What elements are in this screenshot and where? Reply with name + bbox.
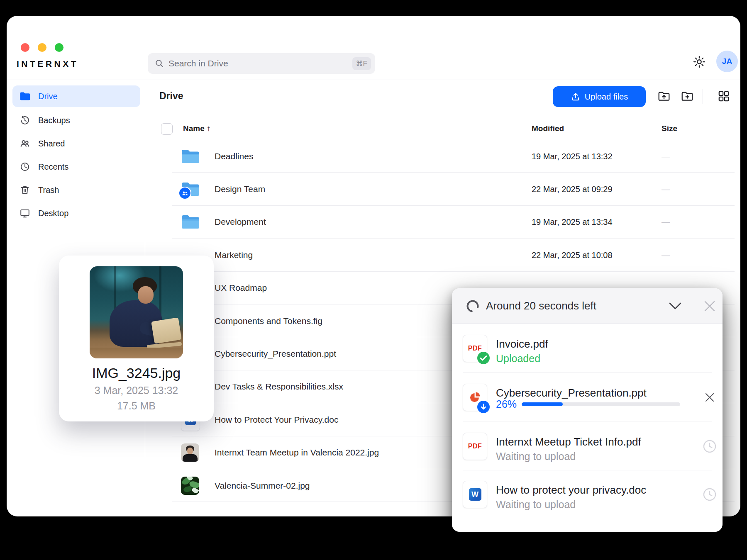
window-controls	[21, 43, 63, 52]
file-size: —	[662, 250, 670, 260]
grid-view-button[interactable]	[716, 89, 731, 104]
search-input[interactable]: Search in Drive ⌘F	[148, 53, 375, 74]
file-modified: 19 Mar, 2025 at 13:34	[532, 217, 613, 227]
new-folder-button[interactable]	[680, 89, 695, 104]
zoom-window-button[interactable]	[55, 43, 63, 52]
page-title: Drive	[159, 90, 183, 102]
folder-icon	[19, 90, 31, 102]
upload-folder-button[interactable]	[657, 89, 671, 104]
upload-item-name: Invoice.pdf	[496, 338, 548, 351]
close-icon	[703, 300, 716, 312]
close-window-button[interactable]	[21, 43, 29, 52]
upload-item: Cybersecurity_Presentation.ppt 26%	[452, 373, 723, 421]
preview-filename: IMG_3245.jpg	[59, 365, 214, 381]
file-name: Dev Tasks & Responsibilities.xlsx	[215, 382, 343, 392]
toolbar-divider	[703, 89, 703, 104]
search-icon	[154, 58, 164, 68]
pdf-file-icon: PDF	[463, 433, 487, 460]
sidebar-item-label: Trash	[38, 185, 59, 195]
people-icon	[19, 138, 31, 149]
word-doc-icon: W	[463, 481, 487, 508]
file-name: How to Protect Your Privacy.doc	[215, 415, 338, 425]
upload-item-status: Waiting to upload	[496, 499, 576, 511]
waiting-clock-icon	[702, 487, 718, 502]
file-name: Valencia-Summer-02.jpg	[215, 481, 310, 491]
upload-item-status: Waiting to upload	[496, 450, 576, 463]
upload-item-status: Uploaded	[496, 353, 540, 365]
upload-panel-title: Around 20 seconds left	[486, 299, 596, 312]
file-modified: 19 Mar, 2025 at 13:32	[532, 151, 613, 161]
close-panel-button[interactable]	[701, 298, 718, 314]
internxt-logo: INTERNXT	[17, 59, 78, 69]
image-thumbnail	[181, 477, 199, 495]
file-name: Internxt Team Meetup in Valencia 2022.jp…	[215, 448, 379, 458]
waiting-clock-icon	[702, 438, 718, 454]
sidebar-item-recents[interactable]: Recents	[12, 156, 140, 178]
pdf-file-icon: PDF	[463, 335, 487, 362]
folder-icon	[181, 149, 200, 164]
file-name: UX Roadmap	[215, 283, 267, 293]
desktop-icon	[19, 207, 31, 219]
chevron-down-icon	[668, 302, 682, 311]
sidebar-item-drive[interactable]: Drive	[12, 85, 140, 107]
preview-modified: 3 Mar, 2025 13:32	[59, 385, 214, 397]
upload-item: PDF Internxt Meetup Ticket Info.pdf Wait…	[452, 421, 723, 470]
table-row[interactable]: Development 19 Mar, 2025 at 13:34 —	[145, 206, 740, 239]
sidebar-item-backups[interactable]: Backups	[12, 110, 140, 131]
search-shortcut-badge: ⌘F	[352, 57, 371, 70]
folder-plus-icon	[681, 90, 694, 103]
avatar-initials: JA	[722, 57, 732, 66]
file-size: —	[662, 185, 670, 194]
upload-item-name: Internxt Meetup Ticket Info.pdf	[496, 436, 641, 448]
column-header-name[interactable]: Name ↑	[183, 124, 211, 133]
table-row[interactable]: Deadlines 19 Mar, 2025 at 13:32 —	[145, 140, 740, 173]
upload-icon	[571, 92, 581, 102]
image-preview-card: IMG_3245.jpg 3 Mar, 2025 13:32 17.5 MB	[59, 256, 214, 421]
upload-progress-fill	[522, 402, 563, 406]
sidebar-item-trash[interactable]: Trash	[12, 179, 140, 201]
search-placeholder: Search in Drive	[168, 58, 352, 68]
file-name: Design Team	[215, 184, 265, 194]
cancel-upload-button[interactable]	[702, 390, 718, 405]
file-name: Cybersecurity_Presentation.ppt	[215, 349, 336, 359]
upload-item-percent: 26%	[496, 398, 517, 410]
file-modified: 22 Mar, 2025 at 09:29	[532, 185, 613, 194]
upload-item: W How to protect your privacy.doc Waitin…	[452, 470, 723, 519]
sidebar-item-desktop[interactable]: Desktop	[12, 202, 140, 224]
cancel-icon	[704, 392, 715, 403]
minimize-window-button[interactable]	[38, 43, 46, 52]
ppt-file-icon	[463, 384, 487, 411]
uploaded-check-icon	[476, 351, 491, 365]
table-row[interactable]: Design Team 22 Mar, 2025 at 09:29 —	[145, 173, 740, 205]
select-all-checkbox[interactable]	[161, 123, 173, 135]
upload-item-name: How to protect your privacy.doc	[496, 484, 646, 497]
upload-item-name: Cybersecurity_Presentation.ppt	[496, 387, 647, 399]
sidebar-item-label: Recents	[38, 162, 68, 172]
upload-panel-header: Around 20 seconds left	[452, 288, 723, 324]
sidebar-item-label: Shared	[38, 139, 65, 149]
upload-progress-bar	[522, 402, 680, 406]
history-icon	[19, 114, 31, 126]
sidebar-item-label: Backups	[38, 116, 70, 125]
user-avatar[interactable]: JA	[716, 51, 738, 72]
sidebar-item-shared[interactable]: Shared	[12, 133, 140, 154]
column-header-modified[interactable]: Modified	[532, 124, 564, 133]
upload-files-label: Upload files	[585, 92, 628, 102]
collapse-panel-button[interactable]	[666, 298, 684, 314]
sort-ascending-icon: ↑	[207, 124, 211, 133]
file-size: —	[662, 217, 670, 227]
file-name: Marketing	[215, 250, 253, 260]
file-modified: 22 Mar, 2025 at 10:08	[532, 250, 613, 260]
preview-photo	[90, 266, 183, 358]
image-thumbnail	[181, 443, 199, 462]
folder-upload-icon	[657, 90, 671, 103]
settings-button[interactable]	[692, 55, 706, 69]
gear-icon	[692, 55, 706, 69]
spinner-icon	[466, 299, 480, 313]
clock-icon	[19, 161, 31, 173]
table-row[interactable]: Marketing 22 Mar, 2025 at 10:08 —	[145, 239, 740, 271]
file-name: Development	[215, 217, 266, 227]
upload-files-button[interactable]: Upload files	[553, 86, 646, 107]
uploading-arrow-icon	[476, 399, 491, 414]
column-header-size[interactable]: Size	[662, 124, 677, 133]
